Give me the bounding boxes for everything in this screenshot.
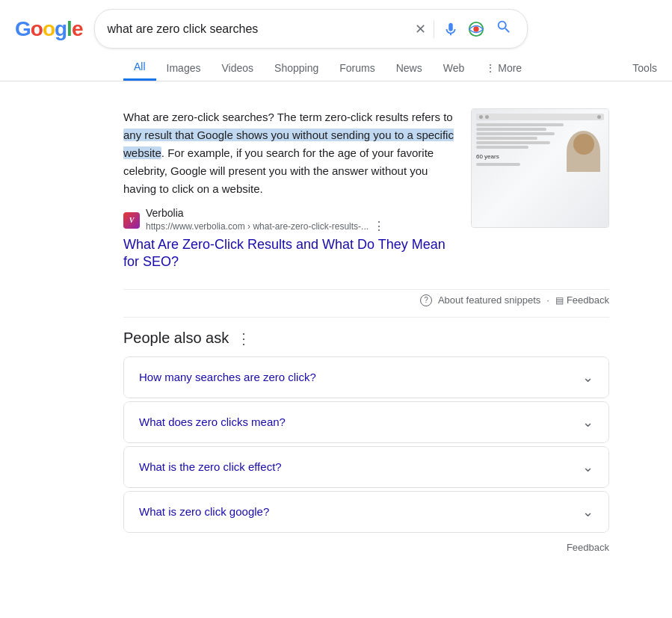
tab-images[interactable]: Images: [156, 56, 212, 80]
main-content: GET ANSWERS WITHOUT GOING TO A WEBSITE →…: [0, 81, 672, 559]
tab-shopping[interactable]: Shopping: [264, 56, 329, 80]
search-input[interactable]: [107, 22, 409, 36]
browser-address: [491, 116, 595, 119]
person-silhouette: [567, 131, 600, 172]
fake-line-4: [476, 137, 537, 140]
tab-news[interactable]: News: [386, 56, 433, 80]
bottom-feedback-text: Feedback: [567, 542, 609, 553]
header: Google ✕: [0, 0, 672, 49]
tab-videos[interactable]: Videos: [211, 56, 264, 80]
paa-chevron-3: ⌄: [582, 459, 594, 475]
fake-line-6: [476, 146, 528, 149]
browser-dot-1: [479, 115, 483, 119]
source-info: V Verbolia https://www.verbolia.com › wh…: [123, 207, 456, 233]
tools-button[interactable]: Tools: [617, 56, 672, 80]
clear-icon[interactable]: ✕: [415, 21, 426, 37]
bottom-feedback[interactable]: Feedback: [123, 536, 609, 559]
paa-q-text-3: What is the zero click effect?: [139, 460, 282, 473]
browser-dot-2: [485, 115, 489, 119]
snippet-thumbnail: 60 years: [471, 108, 609, 228]
source-details: Verbolia https://www.verbolia.com › what…: [146, 207, 385, 233]
feedback-link[interactable]: ▤ Feedback: [555, 294, 609, 306]
fake-sidebar: 60 years: [476, 123, 564, 223]
paa-question-1[interactable]: How many searches are zero click? ⌄: [124, 357, 608, 398]
content-lines: 60 years: [476, 123, 564, 166]
featured-snippet: What are zero-click searches? The term z…: [123, 96, 609, 289]
about-snippets-icon: ?: [420, 294, 432, 306]
paa-item-4: What is zero click google? ⌄: [123, 491, 609, 533]
browser-dot-3: [597, 115, 601, 119]
snippet-text-area: What are zero-click searches? The term z…: [123, 108, 456, 277]
nav-tabs: All Images Videos Shopping Forums News W…: [0, 49, 672, 81]
logo-l: l: [67, 17, 72, 41]
tab-all[interactable]: All: [123, 55, 156, 81]
paa-header: People also ask ⋮: [123, 330, 609, 347]
source-name: Verbolia: [146, 207, 385, 219]
person-head: [573, 134, 594, 155]
fake-line-7: [476, 163, 520, 166]
feedback-text: Feedback: [567, 294, 609, 306]
search-divider: [434, 20, 434, 38]
verbolia-letter: V: [129, 216, 135, 224]
fake-line-3: [476, 132, 555, 135]
snippet-footer: ? About featured snippets · ▤ Feedback: [123, 289, 609, 311]
fake-line-1: [476, 123, 564, 126]
paa-item-2: What does zero clicks mean? ⌄: [123, 401, 609, 443]
paa-chevron-4: ⌄: [582, 504, 594, 520]
snippet-text-after: . For example, if you search for the age…: [123, 146, 434, 195]
section-divider: [123, 317, 609, 318]
thumbnail-inner: 60 years: [472, 109, 608, 227]
logo-g: G: [15, 17, 31, 41]
svg-point-1: [474, 26, 479, 31]
fake-line-2: [476, 128, 546, 131]
results-container: What are zero-click searches? The term z…: [123, 96, 609, 559]
paa-q-text-1: How many searches are zero click?: [139, 371, 316, 383]
tab-web[interactable]: Web: [433, 56, 475, 80]
paa-chevron-2: ⌄: [582, 414, 594, 430]
logo-e: e: [72, 17, 83, 41]
person-image-area: [567, 123, 604, 223]
result-title-link[interactable]: What Are Zero-Click Results and What Do …: [123, 236, 456, 271]
tab-forums[interactable]: Forums: [329, 56, 385, 80]
search-bar-container: ✕: [94, 9, 528, 49]
feedback-icon: ▤: [555, 295, 564, 306]
paa-question-2[interactable]: What does zero clicks mean? ⌄: [124, 402, 608, 442]
more-label: More: [498, 62, 522, 74]
mic-icon[interactable]: [442, 20, 460, 38]
fake-line-5: [476, 141, 550, 144]
about-snippets-text[interactable]: About featured snippets: [438, 294, 540, 306]
google-logo: Google: [15, 17, 82, 41]
paa-q-text-2: What does zero clicks mean?: [139, 415, 286, 428]
search-icons: ✕: [415, 16, 515, 42]
paa-chevron-1: ⌄: [582, 369, 594, 386]
logo-o1: o: [31, 17, 43, 41]
footer-dot-separator: ·: [546, 294, 549, 306]
snippet-text-before: What are zero-click searches? The term z…: [123, 111, 453, 123]
more-dots-icon: ⋮: [485, 62, 496, 74]
logo-g2: g: [55, 17, 67, 41]
logo-o2: o: [43, 17, 55, 41]
paa-item-1: How many searches are zero click? ⌄: [123, 356, 609, 398]
source-options-icon[interactable]: ⋮: [373, 219, 385, 233]
fake-browser-bar: [476, 114, 604, 120]
paa-menu-icon[interactable]: ⋮: [236, 330, 251, 347]
lens-icon[interactable]: [467, 20, 485, 38]
search-button[interactable]: [493, 16, 515, 42]
snippet-paragraph: What are zero-click searches? The term z…: [123, 108, 456, 198]
paa-title: People also ask: [123, 330, 229, 347]
paa-question-4[interactable]: What is zero click google? ⌄: [124, 492, 608, 532]
source-url[interactable]: https://www.verbolia.com › what-are-zero…: [146, 221, 369, 232]
paa-item-3: What is the zero click effect? ⌄: [123, 446, 609, 488]
paa-question-3[interactable]: What is the zero click effect? ⌄: [124, 447, 608, 487]
verbolia-logo: V: [123, 212, 140, 229]
paa-q-text-4: What is zero click google?: [139, 505, 269, 518]
fake-label: 60 years: [476, 153, 564, 160]
more-menu[interactable]: ⋮ More: [475, 56, 532, 80]
